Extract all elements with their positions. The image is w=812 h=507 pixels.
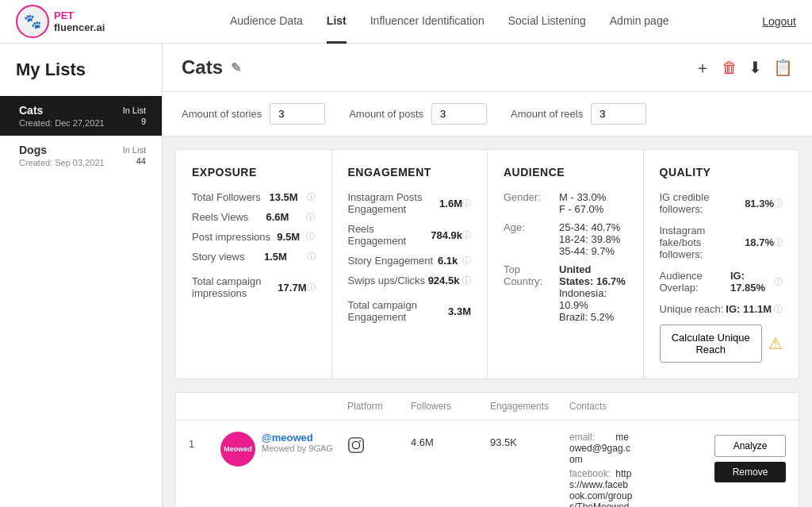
list-count-cats: 9 bbox=[141, 117, 146, 128]
info-eng-1[interactable]: ⓘ bbox=[462, 229, 471, 241]
info-eng-2[interactable]: ⓘ bbox=[462, 255, 471, 267]
in-list-badge-dogs: In List bbox=[123, 145, 146, 155]
info-qual-1[interactable]: ⓘ bbox=[774, 236, 783, 248]
stat-post-impressions: Post impressions 9.5M ⓘ bbox=[192, 231, 316, 243]
nav-audience-data[interactable]: Audience Data bbox=[230, 0, 303, 44]
platform-icon-1 bbox=[347, 432, 411, 458]
quality-overlap: Audience Overlap: IG: 17.85% ⓘ bbox=[660, 270, 783, 294]
info-qual-3[interactable]: ⓘ bbox=[774, 303, 783, 315]
actions-1: Analyze Remove bbox=[659, 432, 786, 482]
quality-card: QUALITY IG credible followers: 81.3% ⓘ I… bbox=[644, 150, 799, 378]
audience-card: AUDIENCE Gender: M - 33.0% F - 67.0% Age… bbox=[488, 150, 643, 378]
delete-icon[interactable]: 🗑 bbox=[722, 59, 737, 77]
nav-admin[interactable]: Admin page bbox=[610, 0, 669, 44]
top-nav: 🐾 PETfluencer.ai Audience Data List Infl… bbox=[0, 0, 812, 44]
audience-age: Age: 25-34: 40.7% 18-24: 39.8% 35-44: 9.… bbox=[504, 221, 627, 257]
col-platform: Platform bbox=[347, 401, 411, 412]
stat-story-eng: Story Engagement 6.1k ⓘ bbox=[348, 255, 472, 267]
nav-list[interactable]: List bbox=[327, 0, 347, 44]
analyze-button-1[interactable]: Analyze bbox=[714, 435, 786, 457]
influencer-table: Platform Followers Engagements Contacts … bbox=[175, 392, 799, 507]
col-contacts: Contacts bbox=[569, 401, 633, 412]
logo-text: PETfluencer.ai bbox=[54, 10, 105, 33]
remove-button-1[interactable]: Remove bbox=[714, 462, 786, 482]
sidebar-item-cats[interactable]: Cats In List Created: Dec 27,2021 9 bbox=[0, 96, 162, 136]
info-icon-1[interactable]: ⓘ bbox=[306, 211, 315, 223]
quality-title: QUALITY bbox=[660, 166, 783, 179]
list-count-dogs: 44 bbox=[136, 156, 146, 167]
content-header: Cats ✎ ＋ 🗑 ⬇ 📋 bbox=[163, 44, 812, 92]
content-area: Cats ✎ ＋ 🗑 ⬇ 📋 Amount of stories Amount … bbox=[163, 44, 812, 507]
header-actions: ＋ 🗑 ⬇ 📋 bbox=[695, 57, 793, 79]
svg-rect-0 bbox=[349, 438, 363, 452]
info-eng-3[interactable]: ⓘ bbox=[462, 275, 471, 286]
col-engagements: Engagements bbox=[490, 401, 569, 412]
reels-input[interactable] bbox=[591, 103, 646, 125]
nav-influencer-id[interactable]: Influencer Identification bbox=[370, 0, 485, 44]
filter-stories: Amount of stories bbox=[182, 103, 325, 125]
logout-button[interactable]: Logout bbox=[762, 15, 796, 28]
audience-title: AUDIENCE bbox=[504, 166, 627, 179]
list-created-dogs: Created: Sep 03,2021 bbox=[19, 158, 105, 167]
add-icon[interactable]: ＋ bbox=[695, 57, 710, 79]
filters-bar: Amount of stories Amount of posts Amount… bbox=[163, 92, 812, 136]
download-icon[interactable]: ⬇ bbox=[749, 58, 762, 77]
row-num-1: 1 bbox=[189, 432, 220, 450]
stats-cards: EXPOSURE Total Followers 13.5M ⓘ Reels V… bbox=[175, 149, 799, 379]
content-title-area: Cats ✎ bbox=[182, 56, 241, 79]
export-icon[interactable]: 📋 bbox=[773, 58, 793, 77]
calc-area: Calculate Unique Reach ⚠ bbox=[660, 325, 783, 363]
stat-total-followers: Total Followers 13.5M ⓘ bbox=[192, 191, 316, 203]
stories-label: Amount of stories bbox=[182, 108, 262, 120]
avatar-1: Meowed bbox=[220, 432, 255, 467]
sidebar-title: My Lists bbox=[0, 60, 162, 96]
nav-links: Audience Data List Influencer Identifica… bbox=[136, 0, 762, 44]
stat-ig-posts-eng: Instagram Posts Engagement 1.6M ⓘ bbox=[348, 191, 472, 215]
quality-credible: IG credible followers: 81.3% ⓘ bbox=[660, 191, 783, 215]
quality-fake: Instagram fake/bots followers: 18.7% ⓘ bbox=[660, 225, 783, 260]
followers-1: 4.6M bbox=[411, 432, 490, 448]
info-qual-2[interactable]: ⓘ bbox=[774, 276, 783, 288]
info-icon-2[interactable]: ⓘ bbox=[306, 231, 315, 243]
main-layout: My Lists Cats In List Created: Dec 27,20… bbox=[0, 44, 812, 507]
stat-reels-views: Reels Views 6.6M ⓘ bbox=[192, 211, 316, 223]
reels-label: Amount of reels bbox=[511, 108, 583, 120]
info-eng-0[interactable]: ⓘ bbox=[462, 198, 471, 209]
svg-point-2 bbox=[359, 440, 361, 442]
list-created-cats: Created: Dec 27,2021 bbox=[19, 118, 105, 128]
page-title: Cats bbox=[182, 56, 223, 79]
audience-gender: Gender: M - 33.0% F - 67.0% bbox=[504, 191, 627, 215]
influencer-handle-1[interactable]: @meowed bbox=[262, 432, 333, 444]
quality-unique-reach: Unique reach: IG: 11.1M ⓘ bbox=[660, 303, 783, 315]
sidebar: My Lists Cats In List Created: Dec 27,20… bbox=[0, 44, 163, 507]
list-name-cats: Cats bbox=[19, 104, 43, 117]
stories-input[interactable] bbox=[270, 103, 325, 125]
logo: 🐾 PETfluencer.ai bbox=[16, 5, 105, 38]
info-qual-0[interactable]: ⓘ bbox=[774, 198, 783, 209]
stat-total-campaign-eng: Total campaign Engagement 3.3M bbox=[348, 299, 472, 323]
svg-point-1 bbox=[352, 441, 359, 448]
info-icon-0[interactable]: ⓘ bbox=[307, 191, 316, 203]
col-followers: Followers bbox=[411, 401, 490, 412]
influencer-desc-1: Meowed by 9GAG bbox=[262, 444, 333, 453]
engagement-title: ENGAGEMENT bbox=[348, 166, 472, 179]
stat-story-views: Story views 1.5M ⓘ bbox=[192, 251, 316, 263]
stat-reels-eng: Reels Engagement 784.9k ⓘ bbox=[348, 223, 472, 247]
stat-total-campaign-impressions: Total campaign impressions 17.7M ⓘ bbox=[192, 275, 316, 299]
info-icon-total[interactable]: ⓘ bbox=[307, 282, 316, 294]
calc-unique-reach-button[interactable]: Calculate Unique Reach bbox=[660, 325, 763, 363]
audience-country: Top Country: United States: 16.7% Indone… bbox=[504, 263, 627, 323]
posts-label: Amount of posts bbox=[349, 108, 423, 120]
contacts-1: email: meowed@9gag.com facebook: https:/… bbox=[569, 432, 633, 507]
nav-social-listening[interactable]: Social Listening bbox=[508, 0, 586, 44]
info-icon-3[interactable]: ⓘ bbox=[307, 251, 316, 263]
sidebar-item-dogs[interactable]: Dogs In List Created: Sep 03,2021 44 bbox=[0, 136, 162, 175]
stat-swipes: Swips ups/Clicks 924.5k ⓘ bbox=[348, 275, 472, 286]
edit-icon[interactable]: ✎ bbox=[231, 60, 241, 75]
in-list-badge-cats: In List bbox=[123, 106, 146, 115]
table-header: Platform Followers Engagements Contacts bbox=[176, 393, 799, 421]
posts-input[interactable] bbox=[431, 103, 487, 125]
exposure-title: EXPOSURE bbox=[192, 166, 316, 179]
filter-reels: Amount of reels bbox=[511, 103, 646, 125]
logo-icon: 🐾 bbox=[16, 5, 49, 38]
